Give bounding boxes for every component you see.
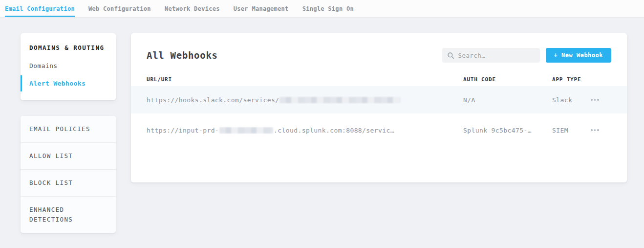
sidebar-item-block-list[interactable]: BLOCK LIST bbox=[21, 169, 116, 196]
ellipsis-menu-icon[interactable] bbox=[590, 96, 600, 103]
url-cell: https://hooks.slack.com/services/ bbox=[147, 96, 463, 104]
column-header-app-type: APP TYPE bbox=[552, 76, 590, 83]
url-text: https://input-prd- bbox=[147, 127, 219, 134]
tab-single-sign-on[interactable]: Single Sign On bbox=[302, 0, 354, 17]
auth-code-cell: N/A bbox=[463, 96, 552, 104]
table-header: URL/URI AUTH CODE APP TYPE bbox=[131, 73, 627, 86]
url-text-suffix: .cloud.splunk.com:8088/servic… bbox=[274, 127, 394, 134]
sidebar-item-domains[interactable]: Domains bbox=[21, 59, 116, 73]
search-box bbox=[442, 48, 540, 63]
sidebar-item-alert-webhooks[interactable]: Alert Webhooks bbox=[21, 75, 116, 91]
policy-card: EMAIL POLICIES ALLOW LIST BLOCK LIST ENH… bbox=[21, 116, 116, 233]
app-type-cell: SIEM bbox=[552, 127, 590, 134]
redacted-url-segment bbox=[279, 97, 400, 103]
search-icon bbox=[448, 52, 454, 59]
page-title: All Webhooks bbox=[147, 50, 218, 61]
webhooks-panel: All Webhooks + New Webhook URL/URI AUTH … bbox=[131, 33, 627, 182]
ellipsis-menu-icon[interactable] bbox=[590, 127, 600, 134]
tab-user-management[interactable]: User Management bbox=[234, 0, 289, 17]
search-input[interactable] bbox=[458, 52, 535, 59]
domains-routing-heading: DOMAINS & ROUTING bbox=[21, 44, 116, 51]
tab-web-configuration[interactable]: Web Configuration bbox=[88, 0, 151, 17]
tab-network-devices[interactable]: Network Devices bbox=[165, 0, 220, 17]
sidebar-item-allow-list[interactable]: ALLOW LIST bbox=[21, 142, 116, 169]
app-type-cell: Slack bbox=[552, 96, 590, 104]
sidebar: DOMAINS & ROUTING Domains Alert Webhooks… bbox=[21, 33, 116, 233]
table-row: https://hooks.slack.com/services/ N/A Sl… bbox=[131, 86, 627, 113]
new-webhook-button[interactable]: + New Webhook bbox=[546, 48, 611, 63]
page: Email Configuration Web Configuration Ne… bbox=[0, 0, 644, 248]
sidebar-item-enhanced-detections[interactable]: ENHANCED DETECTIONS bbox=[21, 196, 116, 233]
url-cell: https://input-prd- .cloud.splunk.com:808… bbox=[147, 127, 463, 134]
content-area: DOMAINS & ROUTING Domains Alert Webhooks… bbox=[0, 18, 644, 233]
column-header-auth-code: AUTH CODE bbox=[463, 76, 552, 83]
url-text: https://hooks.slack.com/services/ bbox=[147, 96, 279, 104]
column-header-url: URL/URI bbox=[147, 76, 463, 83]
domains-routing-card: DOMAINS & ROUTING Domains Alert Webhooks bbox=[21, 33, 116, 100]
sidebar-item-email-policies[interactable]: EMAIL POLICIES bbox=[21, 116, 116, 142]
auth-code-cell: Splunk 9c5bc475-… bbox=[463, 127, 552, 134]
tab-email-configuration[interactable]: Email Configuration bbox=[5, 0, 75, 17]
webhooks-panel-header: All Webhooks + New Webhook bbox=[131, 33, 627, 73]
redacted-url-segment bbox=[219, 127, 273, 134]
table-row: https://input-prd- .cloud.splunk.com:808… bbox=[131, 113, 627, 147]
top-nav: Email Configuration Web Configuration Ne… bbox=[0, 0, 644, 18]
